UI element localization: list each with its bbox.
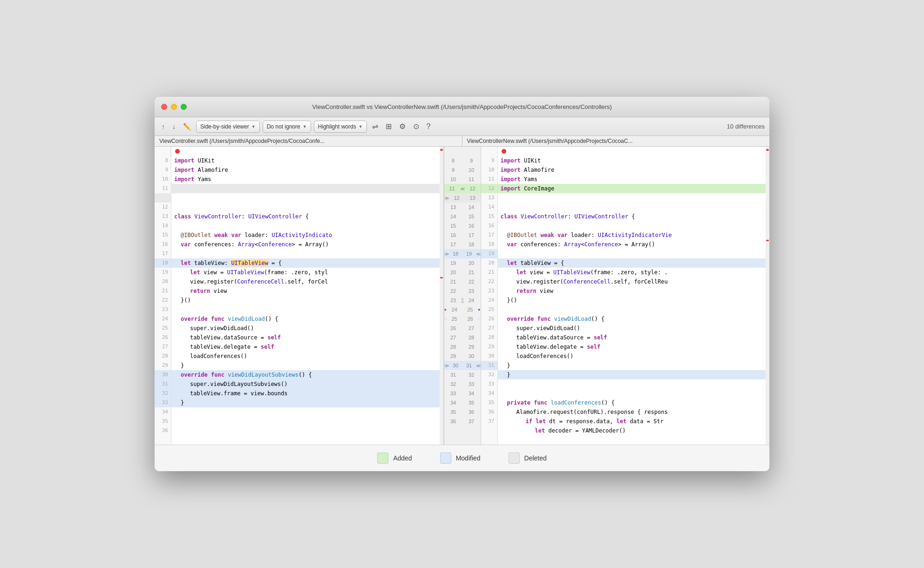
ignore-dropdown[interactable]: Do not ignore ▼ bbox=[263, 121, 311, 133]
left-code-line bbox=[171, 203, 440, 212]
right-code-line: let view = UITableView(frame: .zero, sty… bbox=[498, 268, 766, 277]
left-code-line: let view = UITableView(frame: .zero, sty… bbox=[171, 268, 440, 277]
legend: Added Modified Deleted bbox=[155, 445, 769, 471]
right-code-line: import Alamofire bbox=[498, 165, 766, 175]
right-code-line: if let dt = response.data, let data = St… bbox=[498, 417, 766, 426]
left-code-line: import Alamofire bbox=[171, 165, 440, 175]
left-code-line: let tableView: UITableView = { bbox=[171, 258, 440, 268]
window-title: ViewController.swift vs ViewControllerNe… bbox=[312, 103, 611, 110]
right-pane[interactable]: 9 10 11 12 13 14 15 16 17 18 19 20 21 22… bbox=[481, 147, 770, 445]
left-code-line: import Yams bbox=[171, 175, 440, 184]
left-code-line: override func viewDidLayoutSubviews() { bbox=[171, 370, 440, 379]
diff-container: 8 9 10 11 12 13 14 15 16 17 18 19 20 21 … bbox=[155, 147, 769, 445]
modified-color-box bbox=[440, 453, 451, 464]
edit-button[interactable]: ✏️ bbox=[181, 122, 193, 132]
ignore-dropdown-arrow: ▼ bbox=[303, 124, 307, 129]
right-code: import UIKit import Alamofire import Yam… bbox=[498, 147, 766, 445]
right-code-line: let tableView = { bbox=[498, 258, 766, 268]
right-code-line: }() bbox=[498, 296, 766, 305]
left-code-line: } bbox=[171, 398, 440, 407]
right-code-line: Alamofire.request(confURL).response { re… bbox=[498, 407, 766, 417]
left-code-line: } bbox=[171, 361, 440, 370]
maximize-button[interactable] bbox=[181, 104, 187, 110]
right-code-line bbox=[498, 221, 766, 230]
prev-diff-button[interactable]: ↑ bbox=[159, 122, 167, 132]
added-color-box bbox=[377, 453, 388, 464]
right-code-line bbox=[498, 389, 766, 398]
left-code-line bbox=[171, 221, 440, 230]
legend-deleted: Deleted bbox=[509, 453, 547, 464]
left-code-line: view.register(ConferenceCell.self, forCe… bbox=[171, 277, 440, 286]
left-error-dot bbox=[175, 149, 180, 154]
sync-button[interactable]: ⊙ bbox=[411, 121, 421, 132]
left-code-line bbox=[171, 305, 440, 314]
right-code-line: override func viewDidLoad() { bbox=[498, 314, 766, 324]
left-code-line bbox=[171, 193, 440, 203]
main-window: ViewController.swift vs ViewControllerNe… bbox=[155, 97, 769, 471]
ignore-label: Do not ignore bbox=[267, 123, 300, 130]
left-code-line: tableView.dataSource = self bbox=[171, 333, 440, 342]
deleted-label: Deleted bbox=[524, 454, 547, 462]
left-code-line bbox=[171, 417, 440, 426]
deleted-color-box bbox=[509, 453, 520, 464]
right-scrollbar[interactable] bbox=[766, 147, 769, 445]
highlight-label: Highlight words bbox=[318, 123, 356, 130]
next-diff-button[interactable]: ↓ bbox=[170, 122, 178, 132]
close-button[interactable] bbox=[161, 104, 167, 110]
right-code-line: tableView.delegate = self bbox=[498, 342, 766, 352]
settings-lines-button[interactable]: ⇌ bbox=[370, 121, 380, 132]
left-code-line: override func viewDidLoad() { bbox=[171, 314, 440, 324]
right-code-line bbox=[498, 379, 766, 389]
left-code-line: import UIKit bbox=[171, 156, 440, 165]
right-code-line bbox=[498, 193, 766, 203]
right-code-line: private func loadConferences() { bbox=[498, 398, 766, 407]
left-file-header: ViewController.swift (/Users/jsmith/Appc… bbox=[155, 136, 462, 146]
viewer-label: Side-by-side viewer bbox=[200, 123, 249, 130]
left-code-line bbox=[171, 426, 440, 435]
titlebar: ViewController.swift vs ViewControllerNe… bbox=[155, 97, 769, 117]
left-scrollbar[interactable] bbox=[440, 147, 443, 445]
left-code-line: super.viewDidLoad() bbox=[171, 324, 440, 333]
columns-button[interactable]: ⊞ bbox=[383, 121, 394, 132]
right-code-line: return view bbox=[498, 286, 766, 296]
left-pane[interactable]: 8 9 10 11 12 13 14 15 16 17 18 19 20 21 … bbox=[155, 147, 444, 445]
right-code-line: loadConferences() bbox=[498, 352, 766, 361]
right-code-line: let decoder = YAMLDecoder() bbox=[498, 426, 766, 435]
left-code-line bbox=[171, 184, 440, 193]
viewer-dropdown[interactable]: Side-by-side viewer ▼ bbox=[196, 121, 260, 133]
right-code-line bbox=[498, 203, 766, 212]
right-code-line: import Yams bbox=[498, 175, 766, 184]
right-code-line: import CoreImage bbox=[498, 184, 766, 193]
right-code-line bbox=[498, 249, 766, 258]
left-code-line: }() bbox=[171, 296, 440, 305]
left-code-line bbox=[171, 407, 440, 417]
left-code-line: class ViewController: UIViewController { bbox=[171, 212, 440, 221]
highlight-dropdown[interactable]: Highlight words ▼ bbox=[314, 121, 367, 133]
gear-button[interactable]: ⚙ bbox=[397, 121, 408, 132]
right-code-line bbox=[498, 305, 766, 314]
minimize-button[interactable] bbox=[171, 104, 177, 110]
right-line-numbers: 9 10 11 12 13 14 15 16 17 18 19 20 21 22… bbox=[481, 147, 498, 445]
right-code-line: import UIKit bbox=[498, 156, 766, 165]
right-code-line: } bbox=[498, 361, 766, 370]
legend-added: Added bbox=[377, 453, 412, 464]
toolbar: ↑ ↓ ✏️ Side-by-side viewer ▼ Do not igno… bbox=[155, 117, 769, 136]
left-code-line: tableView.frame = view.bounds bbox=[171, 389, 440, 398]
right-error-dot bbox=[502, 149, 506, 154]
right-code-line: tableView.dataSource = self bbox=[498, 333, 766, 342]
modified-label: Modified bbox=[456, 454, 481, 462]
right-code-line: @IBOutlet weak var loader: UIActivityInd… bbox=[498, 230, 766, 240]
right-file-header: ViewControllerNew.swift (/Users/jsmith/A… bbox=[462, 136, 770, 146]
file-headers: ViewController.swift (/Users/jsmith/Appc… bbox=[155, 136, 769, 147]
highlight-dropdown-arrow: ▼ bbox=[359, 124, 363, 129]
help-button[interactable]: ? bbox=[424, 121, 433, 132]
left-code-line: @IBOutlet weak var loader: UIActivityInd… bbox=[171, 230, 440, 240]
left-code-line: tableView.delegate = self bbox=[171, 342, 440, 352]
left-code-line: super.viewDidLayoutSubviews() bbox=[171, 379, 440, 389]
legend-modified: Modified bbox=[440, 453, 481, 464]
differences-count: 10 differences bbox=[727, 123, 765, 130]
right-code-line: } bbox=[498, 370, 766, 379]
left-code-line: loadConferences() bbox=[171, 352, 440, 361]
right-code-line: super.viewDidLoad() bbox=[498, 324, 766, 333]
right-code-line: class ViewController: UIViewController { bbox=[498, 212, 766, 221]
